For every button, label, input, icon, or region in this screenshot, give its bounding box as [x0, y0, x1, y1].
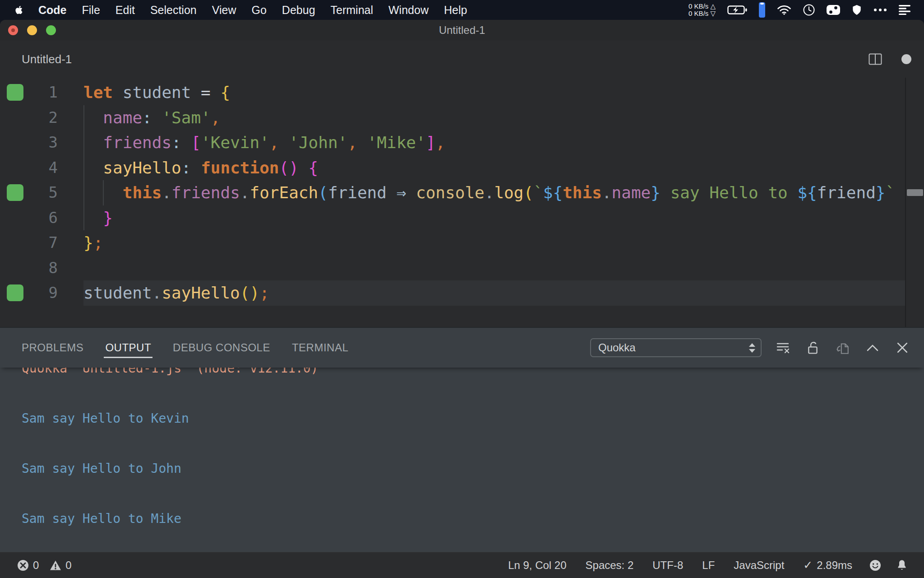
battery-charging-icon[interactable]	[727, 5, 747, 15]
code-token: (	[318, 183, 328, 202]
code-line-3[interactable]: 3 friends: ['Kevin', 'John', 'Mike'],	[0, 130, 924, 155]
code-token	[191, 158, 201, 177]
gutter-space	[0, 256, 29, 281]
status-feedback[interactable]	[862, 559, 889, 571]
close-window-button[interactable]	[8, 25, 18, 35]
control-center-icon[interactable]	[827, 5, 840, 15]
menubar: CodeFileEditSelectionViewGoDebugTerminal…	[0, 0, 924, 20]
eol-label: LF	[702, 559, 715, 572]
status-indentation[interactable]: Spaces: 2	[576, 559, 643, 572]
close-panel-icon[interactable]	[894, 340, 910, 356]
status-cursor-position[interactable]: Ln 9, Col 20	[499, 559, 576, 572]
menu-terminal[interactable]: Terminal	[323, 4, 381, 17]
code-token: }	[876, 183, 886, 202]
battery-bar-icon[interactable]	[759, 2, 765, 18]
panel-tab-problems[interactable]: PROBLEMS	[22, 328, 83, 368]
code-line-8[interactable]: 8	[0, 256, 924, 281]
vscode-window: Untitled-1 Untitled-1 1let student = {2 …	[0, 20, 924, 578]
zoom-window-button[interactable]	[46, 25, 56, 35]
code-token: ()	[240, 284, 259, 302]
status-encoding[interactable]: UTF-8	[643, 559, 693, 572]
code-token: }	[651, 183, 661, 202]
menu-code[interactable]: Code	[31, 4, 74, 17]
code-line-1[interactable]: 1let student = {	[0, 80, 924, 105]
status-quokka-time[interactable]: ✓2.89ms	[794, 559, 862, 572]
output-channel-dropdown[interactable]: Quokka	[590, 338, 762, 357]
code-token	[299, 158, 309, 177]
unsaved-dot-icon[interactable]	[901, 54, 911, 64]
code-token: friends	[103, 133, 171, 152]
output-channel-value: Quokka	[598, 341, 636, 354]
status-language-mode[interactable]: JavaScript	[724, 559, 794, 572]
menu-help[interactable]: Help	[436, 4, 475, 17]
code-token: name	[612, 183, 651, 202]
menu-file[interactable]: File	[74, 4, 108, 17]
shield-icon[interactable]	[852, 5, 862, 15]
menu-debug[interactable]: Debug	[274, 4, 323, 17]
code-content: };	[83, 230, 906, 256]
menu-view[interactable]: View	[204, 4, 244, 17]
menu-go[interactable]: Go	[244, 4, 274, 17]
code-token	[406, 183, 416, 202]
code-token: ${	[543, 183, 563, 202]
status-notifications[interactable]	[889, 559, 915, 571]
output-line: Sam say Hello to John	[22, 456, 924, 481]
editor-tabbar: Untitled-1	[0, 41, 924, 78]
code-token: function	[201, 158, 279, 177]
panel-tabs: PROBLEMSOUTPUTDEBUG CONSOLETERMINAL	[22, 328, 348, 368]
code-token: {	[309, 158, 319, 177]
minimize-window-button[interactable]	[27, 25, 37, 35]
code-line-5[interactable]: 5 this.friends.forEach(friend ⇒ console.…	[0, 180, 924, 205]
clear-output-icon[interactable]	[775, 340, 791, 356]
code-token: :	[171, 133, 181, 152]
code-token: 'Mike'	[367, 133, 426, 152]
panel-tab-terminal[interactable]: TERMINAL	[292, 328, 348, 368]
quokka-coverage-marker	[0, 280, 29, 306]
window-titlebar[interactable]: Untitled-1	[0, 20, 924, 41]
code-token: let	[83, 83, 113, 102]
code-line-7[interactable]: 7};	[0, 230, 924, 256]
code-content: student.sayHello();	[83, 280, 906, 306]
list-icon[interactable]	[899, 5, 911, 15]
ellipsis-icon[interactable]	[873, 8, 887, 12]
code-token: 'Kevin'	[201, 133, 269, 152]
menu-window[interactable]: Window	[381, 4, 436, 17]
bell-icon	[896, 559, 907, 571]
unlock-icon[interactable]	[805, 340, 821, 356]
code-editor[interactable]: 1let student = {2 name: 'Sam',3 friends:…	[0, 78, 924, 327]
maximize-panel-icon[interactable]	[864, 340, 881, 356]
code-line-6[interactable]: 6 }	[0, 205, 924, 231]
code-content	[83, 256, 906, 281]
code-line-2[interactable]: 2 name: 'Sam',	[0, 105, 924, 131]
language-mode-label: JavaScript	[734, 559, 784, 572]
code-token	[83, 108, 103, 127]
code-token	[181, 133, 191, 152]
line-number: 6	[29, 205, 58, 231]
apple-menu-icon[interactable]	[14, 4, 24, 16]
gutter-space	[0, 230, 29, 256]
menu-selection[interactable]: Selection	[143, 4, 204, 17]
code-token: ,	[435, 133, 445, 152]
status-errors[interactable]: 0	[17, 559, 45, 572]
status-eol[interactable]: LF	[693, 559, 724, 572]
cursor-position-label: Ln 9, Col 20	[508, 559, 566, 572]
code-token	[83, 158, 103, 177]
wifi-icon[interactable]	[777, 5, 791, 15]
code-token: forEach	[250, 183, 319, 202]
split-editor-icon[interactable]	[867, 51, 883, 67]
panel-tab-debug-console[interactable]: DEBUG CONSOLE	[173, 328, 270, 368]
code-line-4[interactable]: 4 sayHello: function() {	[0, 155, 924, 181]
code-token: ⇒	[397, 183, 407, 202]
output-line: Quokka 'Untitled-1.js' (node: v12.11.0)	[22, 368, 924, 381]
clock-icon[interactable]	[803, 4, 815, 16]
code-token: .	[240, 183, 250, 202]
code-line-9[interactable]: 9student.sayHello();	[0, 280, 924, 306]
menu-edit[interactable]: Edit	[108, 4, 143, 17]
panel-tab-output[interactable]: OUTPUT	[105, 328, 151, 368]
status-warnings[interactable]: 0	[50, 559, 78, 572]
editor-tab-untitled-1[interactable]: Untitled-1	[22, 52, 72, 66]
network-speed-indicator[interactable]: 0 KB/s △ 0 KB/s ▽	[688, 3, 716, 17]
open-in-editor-icon[interactable]	[835, 340, 851, 356]
code-token: =	[191, 83, 220, 102]
output-view[interactable]: Quokka 'Untitled-1.js' (node: v12.11.0) …	[0, 368, 924, 552]
